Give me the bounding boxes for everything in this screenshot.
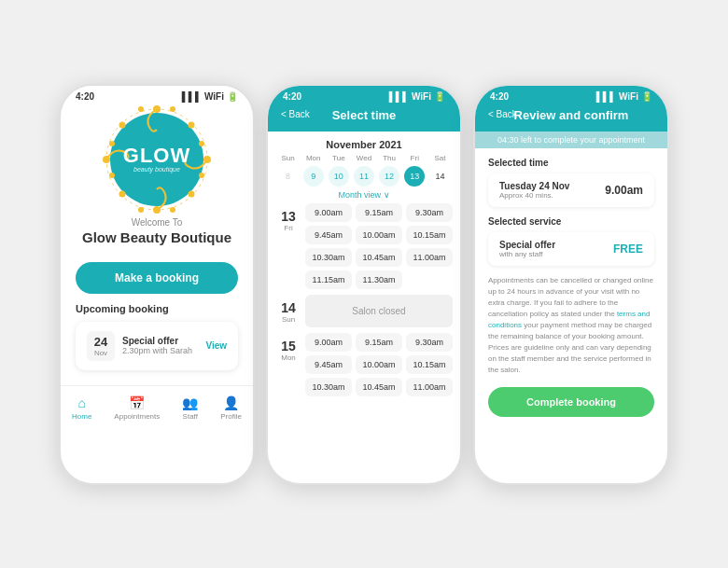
wifi-icon-2: WiFi	[412, 91, 431, 102]
phone-review: 4:20 ▌▌▌ WiFi 🔋 < Back Review and confir…	[473, 84, 669, 485]
calendar-grid: Sun Mon Tue Wed Thu Fri Sat 8 9 10 11 12…	[268, 154, 460, 187]
slot-15-1000[interactable]: 10.00am	[356, 355, 402, 374]
battery-icon: 🔋	[227, 91, 238, 102]
month-view-btn[interactable]: Month view ∨	[268, 188, 460, 203]
logo-subtitle: beauty boutique	[123, 166, 190, 173]
svg-point-12	[199, 173, 204, 178]
nav-staff-label: Staff	[183, 412, 198, 421]
review-header: < Back Review and confirm	[475, 104, 667, 132]
status-icons-2: ▌▌▌ WiFi 🔋	[389, 91, 445, 102]
staff-icon: 👥	[182, 395, 198, 410]
signal-icon-3: ▌▌▌	[596, 91, 616, 102]
day-num-14: 14	[275, 300, 301, 315]
slot-915[interactable]: 9.15am	[356, 203, 402, 222]
salon-closed: Salon closed	[305, 295, 453, 327]
day-name-13: Fri	[275, 224, 301, 232]
slot-1030[interactable]: 10.30am	[305, 248, 352, 267]
slot-15-930[interactable]: 9.30am	[406, 333, 453, 352]
calendar-icon: 📅	[129, 395, 145, 410]
svg-point-9	[109, 141, 115, 146]
calendar-week-row: 8 9 10 11 12 13 14	[275, 166, 453, 187]
logo-area: GLOW beauty boutique Welcome To Glow Bea…	[61, 104, 253, 253]
service-info: Special offer with any staff	[499, 240, 555, 258]
day-10[interactable]: 10	[329, 166, 349, 187]
home-icon: ⌂	[77, 395, 85, 410]
svg-point-8	[189, 190, 195, 197]
selected-time-title: Selected time	[488, 158, 654, 168]
timer-bar: 04:30 left to complete your appointment	[475, 132, 667, 148]
time-3: 4:20	[490, 91, 509, 102]
service-sub: with any staff	[499, 250, 555, 258]
slot-1130[interactable]: 11.30am	[356, 270, 402, 289]
day-11[interactable]: 11	[354, 166, 374, 187]
slots-grid-13: 9.00am 9.15am 9.30am 9.45am 10.00am 10.1…	[305, 203, 453, 289]
header-thu: Thu	[377, 154, 402, 162]
upcoming-title: Upcoming booking	[76, 303, 238, 314]
time-day: Tuesday 24 Nov	[499, 181, 569, 191]
day-13[interactable]: 13	[404, 166, 425, 187]
svg-point-11	[109, 173, 115, 178]
header-wed: Wed	[351, 154, 376, 162]
policy-text: Appointments can be cancelled or changed…	[488, 275, 654, 376]
time-card: Tuesday 24 Nov Approx 40 mins. 9.00am	[488, 173, 654, 207]
slot-1045[interactable]: 10.45am	[356, 248, 402, 267]
slot-15-900[interactable]: 9.00am	[305, 333, 352, 352]
day-slots-15: 15 Mon 9.00am 9.15am 9.30am 9.45am 10.00…	[275, 333, 453, 396]
time-slots-section: 13 Fri 9.00am 9.15am 9.30am 9.45am 10.00…	[268, 203, 460, 402]
day-label-13: 13 Fri	[275, 203, 301, 289]
upcoming-time: 2.30pm with Sarah	[122, 346, 198, 355]
slot-15-1030[interactable]: 10.30am	[305, 378, 352, 396]
status-bar-2: 4:20 ▌▌▌ WiFi 🔋	[268, 86, 460, 104]
svg-point-14	[170, 106, 175, 112]
slot-900[interactable]: 9.00am	[305, 203, 352, 222]
svg-point-5	[119, 121, 126, 128]
status-bar-3: 4:20 ▌▌▌ WiFi 🔋	[475, 86, 667, 104]
complete-booking-button[interactable]: Complete booking	[488, 387, 654, 417]
slot-1015[interactable]: 10.15am	[406, 226, 453, 244]
day-12[interactable]: 12	[379, 166, 399, 187]
slot-930[interactable]: 9.30am	[406, 203, 453, 222]
slot-1000[interactable]: 10.00am	[356, 226, 402, 244]
day-label-14: 14 Sun	[275, 295, 301, 327]
slot-15-1015[interactable]: 10.15am	[406, 355, 453, 374]
svg-point-16	[170, 207, 175, 213]
day-name-14: Sun	[275, 315, 301, 324]
nav-appointments[interactable]: 📅 Appointments	[114, 395, 160, 421]
battery-icon-2: 🔋	[434, 91, 445, 102]
phone-calendar: 4:20 ▌▌▌ WiFi 🔋 < Back Select time Novem…	[266, 84, 462, 485]
service-name: Special offer	[499, 240, 555, 250]
nav-staff[interactable]: 👥 Staff	[182, 395, 198, 421]
date-number: 24	[92, 335, 109, 349]
upcoming-info: Special offer 2.30pm with Sarah	[122, 336, 198, 355]
day-slots-13: 13 Fri 9.00am 9.15am 9.30am 9.45am 10.00…	[275, 203, 453, 289]
time-1: 4:20	[76, 91, 94, 102]
nav-home[interactable]: ⌂ Home	[72, 395, 91, 421]
calendar-month: November 2021	[268, 132, 460, 154]
cal-header: < Back Select time	[268, 104, 460, 132]
selected-service-title: Selected service	[488, 216, 654, 227]
view-link[interactable]: View	[205, 340, 227, 351]
time-info: Tuesday 24 Nov Approx 40 mins.	[499, 181, 569, 200]
day-8[interactable]: 8	[278, 166, 299, 187]
slot-15-1045[interactable]: 10.45am	[356, 378, 402, 396]
svg-point-6	[189, 121, 195, 128]
slot-945[interactable]: 9.45am	[305, 226, 352, 244]
slot-empty	[406, 270, 453, 289]
review-content: Selected time Tuesday 24 Nov Approx 40 m…	[475, 148, 667, 426]
day-14[interactable]: 14	[429, 166, 450, 187]
make-booking-button[interactable]: Make a booking	[76, 262, 238, 294]
header-sun: Sun	[275, 154, 301, 162]
slot-1100[interactable]: 11.00am	[406, 248, 453, 267]
nav-profile[interactable]: 👤 Profile	[220, 395, 242, 421]
header-fri: Fri	[402, 154, 427, 162]
slot-15-1100[interactable]: 11.00am	[406, 378, 453, 396]
day-9[interactable]: 9	[303, 166, 324, 187]
slot-15-915[interactable]: 9.15am	[356, 333, 402, 352]
header-sat: Sat	[427, 154, 453, 162]
time-approx: Approx 40 mins.	[499, 191, 569, 200]
day-headers: Sun Mon Tue Wed Thu Fri Sat	[275, 154, 453, 162]
slot-1115[interactable]: 11.15am	[305, 270, 352, 289]
service-price: FREE	[613, 242, 643, 256]
slot-15-945[interactable]: 9.45am	[305, 355, 352, 374]
terms-link[interactable]: terms and conditions	[488, 310, 650, 329]
